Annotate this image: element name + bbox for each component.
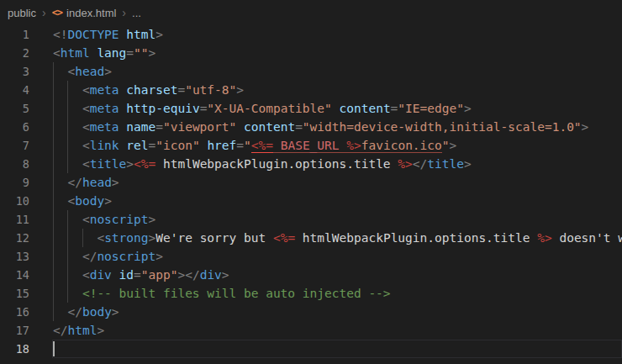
line-number[interactable]: 2 [0, 44, 29, 62]
code-token: "viewport" [163, 120, 236, 134]
code-token: meta [90, 102, 119, 115]
code-token: < [97, 231, 104, 245]
code-token: http-equiv [126, 102, 199, 115]
code-token: content [244, 120, 295, 134]
code-token: < [82, 120, 90, 134]
code-token: > [582, 120, 589, 134]
line-number[interactable]: 17 [0, 321, 29, 340]
code-token: body [82, 305, 112, 319]
code-token: > [149, 231, 156, 245]
code-line[interactable]: 9 </head> [0, 173, 622, 192]
code-token [119, 83, 127, 97]
code-line[interactable]: 10 <body> [0, 192, 622, 210]
line-number[interactable]: 8 [0, 155, 29, 173]
code-line[interactable]: 2<html lang=""> [0, 44, 622, 62]
code-token: < [67, 65, 75, 78]
breadcrumb-item-public[interactable]: public [8, 7, 36, 19]
code-line[interactable]: 1<!DOCTYPE html> [0, 25, 622, 44]
line-number[interactable]: 5 [0, 99, 29, 118]
code-token: meta [90, 120, 119, 134]
code-line[interactable]: 13 </noscript> [0, 247, 622, 266]
code-token: charset [126, 83, 177, 97]
code-token: </ [82, 250, 97, 263]
code-token: = [149, 139, 156, 152]
code-content: <div id="app"></div> [29, 266, 229, 284]
line-number[interactable]: 12 [0, 229, 29, 247]
code-token: > [104, 194, 112, 208]
code-line[interactable]: 7 <link rel="icon" href="<%= BASE_URL %>… [0, 136, 622, 155]
vscode-editor: { "breadcrumb": { "items": [ {"label": "… [0, 0, 622, 364]
code-token: > [112, 176, 119, 189]
code-content: <html lang=""> [29, 44, 156, 62]
code-token: < [67, 194, 75, 208]
breadcrumb-item-symbols[interactable]: ... [132, 7, 141, 19]
line-number[interactable]: 7 [0, 136, 29, 155]
code-line[interactable]: 18 [0, 340, 622, 358]
code-line[interactable]: 16 </body> [0, 303, 622, 321]
code-token: "X-UA-Compatible" [207, 102, 331, 115]
line-number[interactable]: 9 [0, 173, 29, 192]
code-line[interactable]: 8 <title><%= htmlWebpackPlugin.options.t… [0, 155, 622, 173]
line-number[interactable]: 6 [0, 118, 29, 136]
code-line[interactable]: 6 <meta name="viewport" content="width=d… [0, 118, 622, 136]
code-token: <! [53, 28, 67, 41]
code-token: rel [126, 139, 148, 152]
code-line[interactable]: 11 <noscript> [0, 210, 622, 229]
line-number[interactable]: 3 [0, 62, 29, 81]
code-token [119, 139, 127, 152]
code-line[interactable]: 5 <meta http-equiv="X-UA-Compatible" con… [0, 99, 622, 118]
code-line[interactable]: 17</html> [0, 321, 622, 340]
code-token: html [61, 46, 90, 60]
code-token: <%= [273, 231, 295, 245]
code-token: head [82, 176, 112, 189]
line-number[interactable]: 4 [0, 81, 29, 99]
code-token: = [236, 139, 244, 152]
line-number[interactable]: 11 [0, 210, 29, 229]
code-token: body [75, 194, 104, 208]
current-line-highlight [52, 340, 622, 358]
code-token [119, 28, 127, 41]
code-token: DOCTYPE [67, 28, 119, 41]
code-token: > [222, 268, 229, 282]
code-line[interactable]: 14 <div id="app"></div> [0, 266, 622, 284]
editor-pane[interactable]: 1<!DOCTYPE html>2<html lang="">3 <head>4… [0, 25, 622, 358]
line-number[interactable]: 1 [0, 25, 29, 44]
code-token: < [82, 102, 90, 115]
chevron-right-icon: › [42, 7, 46, 18]
line-number[interactable]: 10 [0, 192, 29, 210]
code-line[interactable]: 3 <head> [0, 62, 622, 81]
line-number[interactable]: 16 [0, 303, 29, 321]
line-number[interactable]: 14 [0, 266, 29, 284]
code-line[interactable]: 12 <strong>We're sorry but <%= htmlWebpa… [0, 229, 622, 247]
line-number[interactable]: 18 [0, 340, 29, 358]
code-token [119, 102, 127, 115]
line-number[interactable]: 13 [0, 247, 29, 266]
code-token: title [90, 157, 127, 171]
code-content: <head> [29, 62, 112, 81]
code-token: "" [134, 46, 148, 60]
breadcrumb-item-filename[interactable]: index.html [66, 7, 116, 19]
code-token: div [200, 268, 222, 282]
code-line[interactable]: 4 <meta charset="utf-8"> [0, 81, 622, 99]
code-token: %> [398, 157, 412, 171]
code-token: ></ [177, 268, 199, 282]
code-token: > [464, 102, 472, 115]
code-token: > [149, 46, 156, 60]
code-token: <%= [134, 157, 156, 171]
code-token [119, 120, 127, 134]
code-token: title [427, 157, 464, 171]
line-number[interactable]: 15 [0, 284, 29, 303]
code-token: </ [413, 157, 427, 171]
code-content: </head> [29, 173, 119, 192]
code-token: < [82, 268, 90, 282]
code-token: = [295, 120, 303, 134]
code-content: <body> [29, 192, 112, 210]
code-token: = [126, 46, 134, 60]
code-token: noscript [90, 213, 149, 226]
code-token: BASE_URL [273, 139, 346, 153]
code-token: strong [104, 231, 148, 245]
code-line[interactable]: 15 <!-- built files will be auto injecte… [0, 284, 622, 303]
code-token: > [156, 28, 163, 41]
code-token: > [149, 213, 156, 226]
code-token: meta [90, 83, 119, 97]
